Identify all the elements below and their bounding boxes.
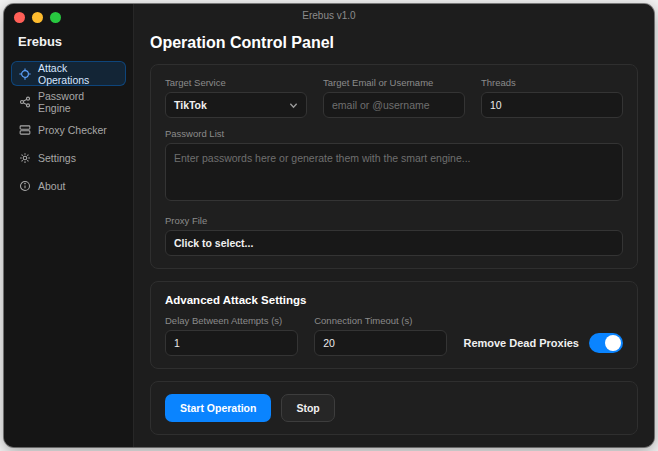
delay-field-group: Delay Between Attempts (s) [165, 315, 298, 356]
remove-dead-proxies-label: Remove Dead Proxies [463, 337, 579, 349]
delay-label: Delay Between Attempts (s) [165, 315, 298, 326]
gear-icon [19, 152, 31, 164]
sidebar: Erebus Attack Operations Password Engine… [4, 4, 134, 447]
password-list-label: Password List [165, 128, 623, 139]
threads-field-group: Threads [481, 77, 623, 118]
sidebar-item-attack-operations[interactable]: Attack Operations [11, 61, 126, 86]
password-list-field-group: Password List [165, 128, 623, 205]
target-email-input[interactable] [323, 92, 465, 118]
sidebar-item-label: Password Engine [38, 90, 118, 114]
app-name: Erebus [4, 30, 133, 61]
titlebar: Erebus v1.0 [4, 4, 654, 30]
sidebar-item-password-engine[interactable]: Password Engine [11, 89, 126, 114]
actions-card: Start Operation Stop [150, 381, 638, 435]
sidebar-item-proxy-checker[interactable]: Proxy Checker [11, 117, 126, 142]
network-nodes-icon [19, 96, 31, 108]
crosshair-icon [19, 68, 31, 80]
sidebar-nav: Attack Operations Password Engine Proxy … [4, 61, 133, 198]
start-operation-button[interactable]: Start Operation [165, 394, 271, 422]
stop-button[interactable]: Stop [281, 394, 334, 422]
sidebar-item-label: Proxy Checker [38, 124, 107, 136]
sidebar-item-about[interactable]: About [11, 173, 126, 198]
timeout-input[interactable] [314, 330, 447, 356]
proxy-file-picker[interactable]: Click to select... [165, 230, 623, 256]
sidebar-item-label: Settings [38, 152, 76, 164]
target-service-select[interactable]: TikTok [165, 92, 307, 118]
proxy-file-field-group: Proxy File Click to select... [165, 215, 623, 256]
target-service-value: TikTok [174, 99, 207, 111]
remove-dead-proxies-toggle[interactable] [589, 333, 623, 353]
advanced-settings-title: Advanced Attack Settings [165, 294, 623, 306]
toggle-knob [605, 335, 621, 351]
info-icon [19, 180, 31, 192]
password-list-textarea[interactable] [165, 143, 623, 201]
advanced-settings-card: Advanced Attack Settings Delay Between A… [150, 281, 638, 369]
proxy-file-label: Proxy File [165, 215, 623, 226]
delay-input[interactable] [165, 330, 298, 356]
threads-label: Threads [481, 77, 623, 88]
remove-dead-proxies-group: Remove Dead Proxies [463, 330, 623, 356]
page-title: Operation Control Panel [150, 34, 638, 52]
target-service-field: Target Service TikTok [165, 77, 307, 118]
server-icon [19, 124, 31, 136]
target-settings-card: Target Service TikTok Target Email or Us… [150, 64, 638, 269]
target-email-label: Target Email or Username [323, 77, 465, 88]
chevron-down-icon [289, 101, 298, 110]
timeout-label: Connection Timeout (s) [314, 315, 447, 326]
proxy-file-picker-text: Click to select... [174, 237, 253, 249]
timeout-field-group: Connection Timeout (s) [314, 315, 447, 356]
window-title: Erebus v1.0 [4, 10, 654, 21]
threads-input[interactable] [481, 92, 623, 118]
sidebar-item-settings[interactable]: Settings [11, 145, 126, 170]
target-email-field-group: Target Email or Username [323, 77, 465, 118]
target-service-label: Target Service [165, 77, 307, 88]
main-content: Operation Control Panel Target Service T… [134, 4, 654, 447]
sidebar-item-label: About [38, 180, 65, 192]
app-window: Erebus v1.0 Erebus Attack Operations Pas… [4, 4, 654, 447]
sidebar-item-label: Attack Operations [38, 62, 118, 86]
